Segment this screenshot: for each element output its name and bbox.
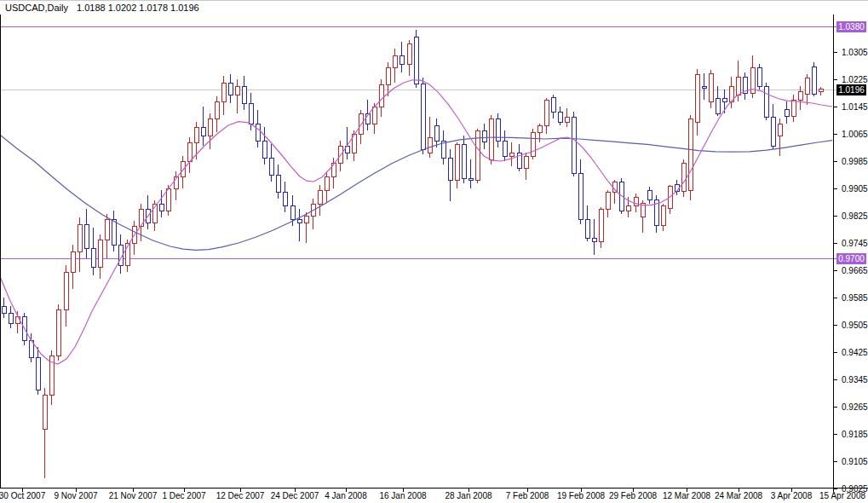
ohlc-values: 1.0188 1.0202 1.0178 1.0196 [77,3,199,13]
symbol-period-label: USDCAD,Daily [5,3,68,13]
current-price-tag: 1.0196 [836,84,866,95]
level-price-tag-upper[interactable]: 1.0380 [836,21,866,32]
level-price-tag-lower[interactable]: 0.9700 [836,253,866,264]
chart-window: USDCAD,Daily1.0188 1.0202 1.0178 1.0196 … [0,0,868,503]
chart-title: USDCAD,Daily1.0188 1.0202 1.0178 1.0196 [5,3,199,13]
candlestick-chart[interactable] [0,1,868,503]
